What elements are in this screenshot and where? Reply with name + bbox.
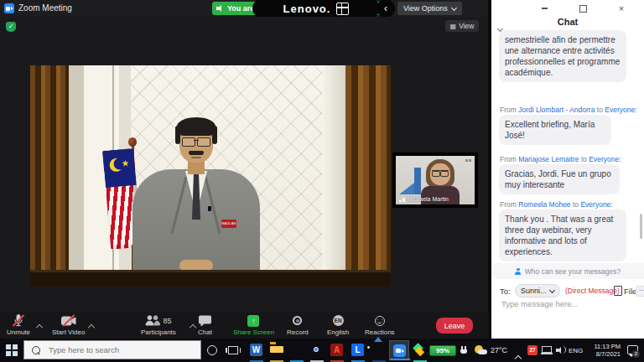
taskbar-app-zoom-active[interactable] [389,340,409,360]
curtain-left [30,65,69,287]
lenovo-logo-text: Lenovo. [283,3,331,15]
start-video-button[interactable]: Start Video [52,314,85,336]
taskbar-clock[interactable]: 11:13 PM 8/7/2021 [585,344,621,358]
zoom-taskbar-icon [393,344,406,357]
screen: Zoom Meeting You are viewing Lenovo. ‹ V… [0,0,644,362]
speaker-hair [177,117,216,136]
main-video[interactable]: MAZLAN [30,65,391,287]
clock-date: 8/7/2021 [585,351,621,359]
recipient-value: Sunni... [521,287,547,295]
reactions-button[interactable]: Reactions [365,314,395,336]
thumbnail-video: Michaela Martin [396,156,475,204]
to-label: To: [500,287,511,296]
encryption-shield-icon[interactable]: ✓ [6,22,16,32]
chat-panel: × Chat semestrielle afin de permettre un… [488,0,644,339]
view-layout-label: View [459,22,474,30]
leave-button[interactable]: Leave [436,318,473,334]
participants-button[interactable]: 85 Participants [141,314,176,336]
collapse-overlay-button[interactable]: ‹ [377,0,395,18]
speaker-icon [216,5,224,13]
participant-thumbnail[interactable]: Michaela Martin [392,153,478,208]
thumbnail-logo-bar [414,168,421,194]
compose-bar: To: Sunni... (Direct Message) File ⋯ [491,283,644,300]
word-icon: W [250,344,262,356]
flag-finial [128,137,137,147]
more-button[interactable]: ⋯ [636,286,644,297]
minimize-button[interactable] [538,3,550,14]
record-button[interactable]: Record [287,314,309,336]
taskbar-app-chrome[interactable] [310,344,324,357]
direct-message-note: (Direct Message) [565,287,620,295]
lapel-mic [208,206,211,211]
chat-message: Excellent briefing, María José! [499,115,611,145]
maximize-icon [579,5,587,13]
chevron-down-icon [451,4,457,10]
tray-expand-caret[interactable] [516,349,521,362]
participants-count: 85 [163,317,171,325]
search-icon [32,346,40,354]
person-icon [515,268,522,275]
taskbar-app-bluestacks[interactable] [413,344,427,357]
chat-button[interactable]: Chat [198,314,212,336]
sender-name[interactable]: Romeela Mohee [518,200,570,209]
close-button[interactable]: × [615,3,627,14]
taskbar-app-l[interactable]: L [351,344,365,357]
mic-options-caret[interactable] [37,318,42,334]
taskbar-app-explorer[interactable] [270,344,283,357]
weather-temperature[interactable]: 27°C [491,346,507,354]
file-icon[interactable] [614,286,622,296]
participants-options-caret[interactable] [190,318,195,334]
taskbar-app-acrobat[interactable]: A [330,344,344,357]
view-options-button[interactable]: View Options [397,2,462,15]
recipient-dropdown[interactable]: Sunni... [515,284,560,297]
participant-glasses [432,170,449,175]
calendar-tray-icon[interactable]: 27 [527,345,538,355]
recipient-name[interactable]: Everyone: [580,200,612,209]
wall-column-right [322,65,345,287]
sender-name[interactable]: Mariajose Lemaitre [518,155,579,163]
input-language[interactable]: ENG [569,347,583,354]
chat-title: Chat [491,17,644,27]
language-en-icon: EN [333,315,344,326]
share-screen-button[interactable]: ↑ Share Screen [233,314,274,336]
grid-icon: ▦ [450,23,457,30]
recipient-name[interactable]: Everyone: [605,106,636,114]
task-view-button[interactable] [228,346,238,354]
search-input[interactable] [47,344,176,355]
chat-input[interactable] [500,298,644,309]
curtain-right [345,65,391,287]
laptop-tray-icon[interactable] [542,346,552,353]
table [30,270,391,287]
privacy-note-text: Who can see your messages? [525,267,621,276]
privacy-note[interactable]: Who can see your messages? [491,263,644,279]
speaker-mouth [191,157,201,158]
mic-muted-icon [13,314,24,327]
thumbnail-menu-icon[interactable] [465,159,472,162]
taskbar-app-word[interactable]: W [250,344,263,357]
l-app-icon: L [351,344,364,356]
recipient-name[interactable]: Everyone: [589,155,621,163]
taskbar-app-edge[interactable] [290,344,304,357]
speaker-mustache [189,151,204,155]
participant-name-bar: Michaela Martin [399,196,449,202]
volume-wave [562,346,566,354]
interpretation-button[interactable]: EN English [327,314,349,336]
maximize-button[interactable] [577,3,589,14]
cortana-button[interactable] [207,345,217,355]
chevron-down-icon [548,287,554,292]
lenovo-dock-icon[interactable] [336,3,349,15]
start-button[interactable] [6,344,18,356]
video-options-caret[interactable] [89,318,94,334]
notification-badge: 2 [632,350,640,358]
window-title: Zoom Meeting [18,3,72,13]
battery-widget[interactable]: 95% [429,345,456,356]
lenovo-overlay[interactable]: Lenovo. [252,0,380,18]
chat-scrollbar[interactable] [640,214,642,239]
zoom-app-icon [4,3,14,13]
chat-message: Gracias, Jordi. Fue un grupo muy interes… [499,164,620,194]
unmute-button[interactable]: Unmute [7,314,30,336]
taskbar-search[interactable] [23,340,201,359]
view-layout-button[interactable]: ▦ View [445,20,479,32]
sender-name[interactable]: Jordi Llombart - Andorra [518,106,595,114]
taskbar-app-photos[interactable] [372,344,386,357]
